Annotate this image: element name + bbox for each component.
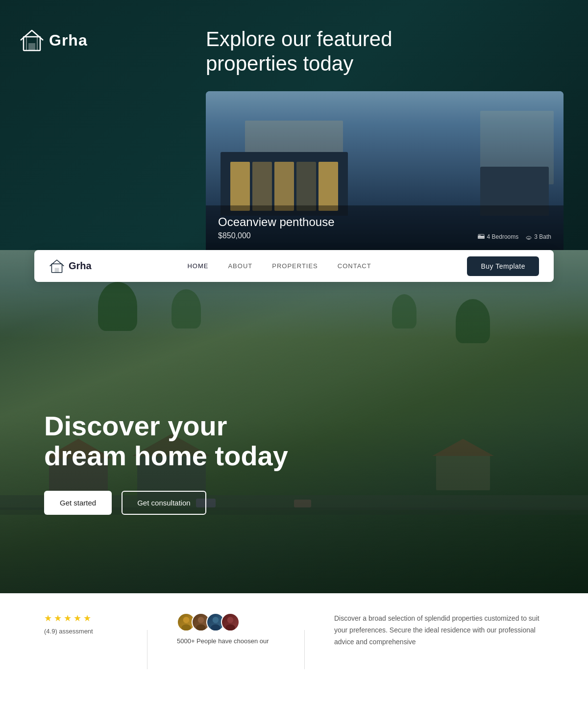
nav-link-properties[interactable]: PROPERTIES (272, 262, 318, 270)
divider-2 (304, 630, 305, 669)
users-count-text: 5000+ People have choosen our (177, 637, 275, 645)
property-text: Oceanview penthouse $850,000 (218, 215, 335, 240)
rating-label: (4.9) assessment (44, 628, 118, 635)
top-section: Grha Explore our featured properties tod… (0, 0, 588, 250)
navbar: Grha HOME ABOUT PROPERTIES CONTACT Buy T… (34, 250, 554, 282)
svg-point-15 (211, 624, 220, 631)
users-block: 5000+ People have choosen our (177, 613, 275, 645)
svg-point-13 (196, 624, 206, 631)
top-logo-icon (20, 29, 44, 51)
description-text: Discover a broad selection of splendid p… (334, 613, 544, 648)
nav-logo-icon (49, 259, 65, 273)
hero-content: Discover your dream home today Get start… (44, 411, 544, 515)
bedrooms-detail: 4 Bedrooms (478, 233, 519, 240)
featured-heading: Explore our featured properties today (206, 27, 564, 76)
property-info-bar: Oceanview penthouse $850,000 4 Bedrooms (206, 205, 564, 250)
property-price: $850,000 (218, 231, 335, 240)
avatar-row (177, 613, 275, 631)
bed-icon (478, 234, 485, 240)
svg-point-16 (227, 617, 234, 623)
svg-point-12 (198, 617, 204, 623)
top-logo-text: Grha (49, 31, 88, 50)
nav-logo-text: Grha (69, 260, 92, 272)
star-5: ★ (83, 613, 91, 624)
hero-buttons: Get started Get consultation (44, 491, 544, 515)
svg-point-14 (213, 617, 219, 623)
hero-section: Discover your dream home today Get start… (0, 250, 588, 593)
nav-link-home[interactable]: HOME (187, 262, 208, 270)
get-consultation-button[interactable]: Get consultation (122, 491, 206, 515)
svg-point-17 (225, 624, 235, 631)
top-right-panel: Explore our featured properties today (181, 0, 588, 250)
star-rating: ★ ★ ★ ★ ★ (44, 613, 118, 624)
star-4: ★ (74, 613, 81, 624)
description-block: Discover a broad selection of splendid p… (334, 613, 544, 648)
star-3: ★ (64, 613, 72, 624)
svg-point-10 (183, 617, 190, 623)
buy-template-button[interactable]: Buy Template (467, 256, 539, 276)
nav-link-contact[interactable]: CONTACT (338, 262, 371, 270)
svg-point-11 (181, 624, 191, 631)
svg-rect-6 (479, 235, 481, 236)
avatar-4-face (222, 613, 239, 631)
star-2: ★ (54, 613, 62, 624)
bathrooms-detail: 3 Bath (526, 233, 551, 240)
avatar-4 (221, 613, 240, 631)
property-card-preview: Oceanview penthouse $850,000 4 Bedrooms (206, 91, 564, 250)
bath-icon (526, 234, 532, 240)
svg-rect-9 (55, 268, 59, 273)
top-left-panel: Grha (0, 0, 181, 250)
nav-logo[interactable]: Grha (49, 259, 92, 273)
star-1: ★ (44, 613, 52, 624)
property-details: 4 Bedrooms 3 Bath (478, 233, 551, 240)
bottom-section: ★ ★ ★ ★ ★ (4.9) assessment (0, 593, 588, 706)
nav-links: HOME ABOUT PROPERTIES CONTACT (187, 262, 371, 270)
rating-block: ★ ★ ★ ★ ★ (4.9) assessment (44, 613, 118, 635)
hero-title: Discover your dream home today (44, 411, 544, 471)
nav-link-about[interactable]: ABOUT (228, 262, 252, 270)
property-name: Oceanview penthouse (218, 215, 335, 229)
get-started-button[interactable]: Get started (44, 491, 112, 515)
divider-1 (147, 630, 147, 669)
svg-rect-1 (28, 43, 35, 51)
top-logo[interactable]: Grha (20, 29, 162, 51)
